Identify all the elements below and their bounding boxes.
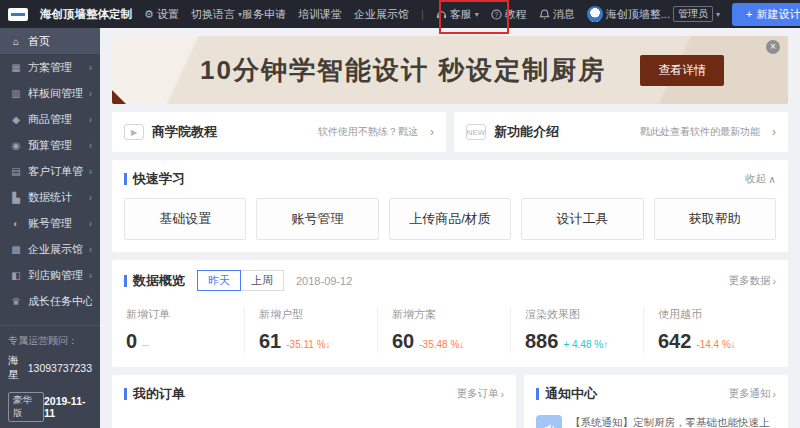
stat-label: 新增方案	[392, 307, 496, 322]
new-features-card[interactable]: NEW 新功能介绍 戳此处查看软件的最新功能 ›	[454, 112, 788, 152]
sidebar: ⌂ 首页 ▦ 方案管理 › ▥ 样板间管理 › ◆ 商品管理 › ◉ 预算管理 …	[0, 28, 100, 428]
trend-arrow-icon: ↓	[459, 339, 464, 350]
more-orders-label: 更多订单	[457, 387, 499, 401]
new-tag-icon: NEW	[466, 124, 486, 140]
more-notifications-link[interactable]: 更多通知 ›	[729, 387, 777, 401]
sidebar-item-budget-management[interactable]: ◉ 预算管理 ›	[0, 132, 100, 158]
stats-row: 新增订单 0 -- 新增户型 61 -35.11 %↓ 新增方案 60 -35.…	[124, 307, 776, 353]
notification-header: 通知中心 更多通知 ›	[536, 385, 776, 403]
sidebar-item-enterprise-showroom[interactable]: ▩ 企业展示馆 ›	[0, 236, 100, 262]
stat-value: 642	[658, 330, 691, 353]
settings-label: 设置	[157, 7, 179, 22]
more-data-label: 更多数据	[729, 274, 771, 288]
user-menu[interactable]: 海创顶墙整... 管理员 ▾	[587, 6, 720, 22]
tutorial-button[interactable]: ? 教程	[491, 7, 527, 22]
advisor-name: 海星	[8, 354, 28, 382]
tab-last-week[interactable]: 上周	[240, 270, 284, 291]
messages-button[interactable]: 消息	[539, 7, 575, 22]
chevron-right-icon: ›	[773, 388, 777, 400]
chevron-right-icon: ›	[501, 388, 505, 400]
topbar-left: 海创顶墙整体定制 ⚙ 设置 切换语言 ▾	[8, 7, 242, 22]
gear-icon: ⚙	[144, 8, 154, 21]
sidebar-item-data-statistics[interactable]: ▙ 数据统计 ›	[0, 184, 100, 210]
promo-banner[interactable]: 10分钟学智能设计 秒设定制厨房 查看详情 ×	[112, 36, 788, 104]
chevron-right-icon: ›	[89, 62, 92, 73]
sidebar-item-account-management[interactable]: ◐ 账号管理 ›	[0, 210, 100, 236]
more-notifications-label: 更多通知	[729, 387, 771, 401]
quick-btn-get-help[interactable]: 获取帮助	[654, 198, 776, 240]
trophy-icon: ♛	[10, 296, 22, 307]
chevron-right-icon: ›	[89, 218, 92, 229]
more-orders-link[interactable]: 更多订单 ›	[457, 387, 505, 401]
section-title: 数据概览	[133, 272, 185, 290]
expiry-date: 2019-11-11	[44, 395, 92, 419]
play-icon: ▶	[124, 124, 144, 140]
tab-yesterday[interactable]: 昨天	[197, 270, 241, 291]
chevron-right-icon: ›	[89, 166, 92, 177]
stat-value: 886	[525, 330, 558, 353]
showroom-icon: ▩	[10, 244, 22, 255]
sidebar-item-customer-orders[interactable]: ▤ 客户订单管理 ›	[0, 158, 100, 184]
sidebar-item-home[interactable]: ⌂ 首页	[0, 28, 100, 54]
stat-label: 新增户型	[259, 307, 363, 322]
language-switcher[interactable]: 切换语言 ▾	[191, 7, 242, 22]
sidebar-item-growth-center[interactable]: ♛ 成长任务中心	[0, 288, 100, 314]
collapse-button[interactable]: 收起 ∧	[745, 172, 776, 186]
stat-value: 60	[392, 330, 414, 353]
notification-text: 【系统通知】定制厨房，零基础也能快速上手，速来学习 。	[570, 416, 770, 428]
order-icon: ▤	[10, 166, 22, 177]
sidebar-item-label: 账号管理	[28, 216, 83, 231]
chevron-down-icon: ▾	[475, 10, 479, 19]
budget-icon: ◉	[10, 140, 22, 151]
notification-center-panel: 通知中心 更多通知 › 【系统通知】定制厨房，零基础也能快速上手，速来学习 。 …	[524, 375, 788, 428]
chevron-right-icon: ›	[772, 125, 776, 139]
nav-service-request[interactable]: 服务申请	[242, 7, 286, 22]
sidebar-item-sample-room[interactable]: ▥ 样板间管理 ›	[0, 80, 100, 106]
banner-close-icon[interactable]: ×	[766, 40, 780, 54]
headset-icon	[436, 9, 447, 20]
stat-value-row: 60 -35.48 %↓	[392, 330, 496, 353]
banner-cta-button[interactable]: 查看详情	[640, 55, 724, 86]
support-button[interactable]: 客服 ▾	[436, 7, 479, 22]
user-icon: ◐	[10, 218, 22, 229]
sidebar-item-plan-management[interactable]: ▦ 方案管理 ›	[0, 54, 100, 80]
quick-learn-buttons: 基础设置 账号管理 上传商品/材质 设计工具 获取帮助	[124, 198, 776, 240]
stat-delta: -35.48 %↓	[419, 339, 464, 350]
quick-btn-design-tools[interactable]: 设计工具	[521, 198, 643, 240]
sidebar-item-store-purchase[interactable]: ◧ 到店购管理 ›	[0, 262, 100, 288]
new-design-button[interactable]: + 新建设计	[732, 3, 800, 26]
speaker-icon	[536, 415, 562, 428]
stat-delta: + 4.48 %↑	[563, 339, 608, 350]
topbar: 海创顶墙整体定制 ⚙ 设置 切换语言 ▾ 服务申请 培训课堂 企业展示馆 | 客…	[0, 0, 800, 28]
business-school-card[interactable]: ▶ 商学院教程 软件使用不熟练？戳这 ›	[112, 112, 446, 152]
quick-btn-upload-products[interactable]: 上传商品/材质	[389, 198, 511, 240]
more-data-link[interactable]: 更多数据 ›	[729, 274, 777, 288]
sidebar-footer: 专属运营顾问： 海星 13093737233 豪华版 2019-11-11	[0, 325, 100, 428]
section-title: 通知中心	[545, 385, 597, 403]
product-icon: ◆	[10, 114, 22, 125]
section-accent-bar	[124, 275, 127, 287]
notification-item[interactable]: 【系统通知】定制厨房，零基础也能快速上手，速来学习 。 点我查看	[536, 415, 776, 428]
card-title: 商学院教程	[152, 123, 310, 141]
topbar-right: 服务申请 培训课堂 企业展示馆 | 客服 ▾ ? 教程 消息 海创顶墙整... …	[242, 3, 800, 26]
stat-value-row: 0 --	[126, 330, 230, 353]
app-logo	[8, 8, 28, 21]
stat-value-row: 886 + 4.48 %↑	[525, 330, 629, 353]
sidebar-item-product-management[interactable]: ◆ 商品管理 ›	[0, 106, 100, 132]
quick-btn-account-management[interactable]: 账号管理	[256, 198, 378, 240]
language-label: 切换语言	[191, 7, 235, 22]
trend-arrow-icon: ↓	[326, 339, 331, 350]
settings-button[interactable]: ⚙ 设置	[144, 7, 179, 22]
sidebar-item-label: 商品管理	[28, 112, 83, 127]
quick-btn-basic-settings[interactable]: 基础设置	[124, 198, 246, 240]
my-orders-panel: 我的订单 更多订单 › 新建订单	[112, 375, 516, 428]
section-title: 我的订单	[133, 385, 185, 403]
advisor-contact: 海星 13093737233	[8, 354, 92, 382]
promo-card-row: ▶ 商学院教程 软件使用不熟练？戳这 › NEW 新功能介绍 戳此处查看软件的最…	[112, 112, 788, 152]
overview-date: 2018-09-12	[296, 275, 352, 287]
advisor-label: 专属运营顾问：	[8, 334, 92, 348]
stat-new-orders: 新增订单 0 --	[124, 307, 244, 353]
section-accent-bar	[124, 388, 127, 400]
nav-enterprise-showroom[interactable]: 企业展示馆	[354, 7, 409, 22]
nav-training-class[interactable]: 培训课堂	[298, 7, 342, 22]
